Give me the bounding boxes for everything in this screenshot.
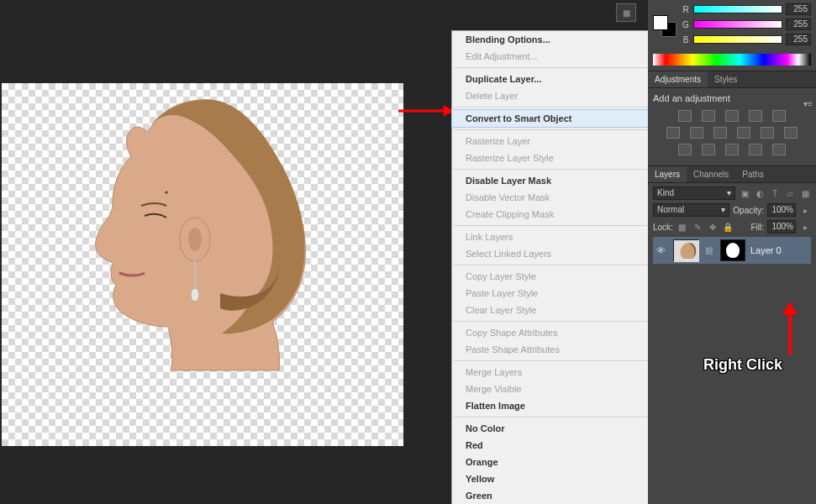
menu-item-paste-shape-attributes: Paste Shape Attributes	[452, 341, 650, 358]
layer-thumbnail[interactable]	[673, 239, 698, 261]
menu-separator	[454, 265, 648, 265]
adj-bw-icon[interactable]	[713, 127, 727, 139]
layer-mask-thumbnail[interactable]	[720, 239, 745, 261]
subject-image	[61, 92, 313, 386]
menu-item-orange[interactable]: Orange	[452, 454, 650, 470]
menu-item-merge-visible: Merge Visible	[452, 381, 650, 397]
adj-hue-icon[interactable]	[666, 127, 680, 139]
b-value[interactable]: 255	[786, 34, 811, 45]
adj-photo-filter-icon[interactable]	[737, 127, 750, 139]
menu-item-blending-options[interactable]: Blending Options...	[452, 31, 650, 48]
g-slider[interactable]	[693, 20, 782, 29]
tab-styles[interactable]: Styles	[708, 71, 744, 87]
filter-type-icon[interactable]: T	[769, 187, 781, 199]
svg-point-4	[165, 191, 167, 193]
menu-separator	[454, 417, 648, 417]
menu-item-convert-to-smart-object[interactable]: Convert to Smart Object	[452, 110, 650, 127]
menu-item-green[interactable]: Green	[452, 487, 650, 504]
blend-mode-dropdown[interactable]: Normal	[653, 203, 729, 217]
adj-gradient-map-icon[interactable]	[749, 144, 762, 155]
annotation-text: Right Click	[703, 356, 782, 374]
tab-layers[interactable]: Layers	[648, 166, 687, 182]
adj-threshold-icon[interactable]	[725, 144, 739, 155]
menu-item-create-clipping-mask: Create Clipping Mask	[452, 206, 650, 223]
menu-separator	[454, 107, 648, 108]
lock-transparent-icon[interactable]: ▩	[676, 221, 688, 233]
menu-separator	[454, 360, 648, 361]
chevron-down-icon[interactable]: ▸	[799, 221, 811, 233]
menu-item-rasterize-layer: Rasterize Layer	[452, 133, 650, 150]
layer-name[interactable]: Layer 0	[750, 245, 782, 255]
lock-pixels-icon[interactable]: ✎	[692, 221, 703, 233]
adjustments-panel: Add an adjustment	[648, 88, 816, 165]
adj-balance-icon[interactable]	[690, 127, 703, 139]
opacity-value[interactable]: 100%	[767, 203, 796, 217]
menu-item-copy-shape-attributes: Copy Shape Attributes	[452, 324, 650, 341]
r-label: R	[682, 5, 690, 14]
adj-brightness-icon[interactable]	[678, 110, 692, 122]
menu-item-disable-layer-mask[interactable]: Disable Layer Mask	[452, 172, 650, 189]
menu-item-link-layers: Link Layers	[452, 228, 650, 245]
menu-item-paste-layer-style: Paste Layer Style	[452, 285, 650, 302]
menu-separator	[454, 321, 648, 322]
tab-channels[interactable]: Channels	[687, 166, 735, 182]
menu-item-yellow[interactable]: Yellow	[452, 470, 650, 487]
color-spectrum[interactable]	[653, 54, 811, 66]
menu-item-no-color[interactable]: No Color	[452, 420, 650, 437]
menu-item-copy-layer-style: Copy Layer Style	[452, 268, 650, 285]
filter-smart-icon[interactable]: ▦	[799, 187, 811, 199]
right-docked-panels: R 255 G 255 B 255 Adjustments Styles	[648, 0, 816, 504]
menu-item-red[interactable]: Red	[452, 437, 650, 454]
lock-position-icon[interactable]: ✥	[707, 221, 719, 233]
options-bar-icon[interactable]: ▦	[616, 3, 636, 22]
filter-image-icon[interactable]: ▣	[739, 187, 750, 199]
tab-adjustments[interactable]: Adjustments	[648, 71, 708, 87]
visibility-eye-icon[interactable]: 👁	[656, 245, 668, 255]
adj-vibrance-icon[interactable]	[772, 110, 786, 122]
r-value[interactable]: 255	[786, 3, 811, 15]
g-label: G	[682, 20, 690, 29]
color-panel: R 255 G 255 B 255	[648, 0, 816, 71]
filter-adjust-icon[interactable]: ◐	[754, 187, 766, 199]
menu-item-clear-layer-style: Clear Layer Style	[452, 302, 650, 318]
menu-item-delete-layer: Delete Layer	[452, 87, 650, 104]
chevron-down-icon[interactable]: ▸	[799, 204, 811, 216]
fill-value[interactable]: 100%	[767, 220, 796, 234]
link-icon[interactable]: ⛓	[703, 244, 715, 256]
adj-posterize-icon[interactable]	[702, 144, 715, 155]
menu-item-edit-adjustment: Edit Adjustment...	[452, 48, 650, 65]
opacity-label: Opacity:	[733, 206, 764, 215]
adj-selective-icon[interactable]	[772, 144, 786, 155]
adjustments-title: Add an adjustment	[653, 93, 811, 103]
lock-all-icon[interactable]: 🔒	[722, 221, 734, 233]
menu-separator	[454, 169, 648, 170]
svg-marker-8	[783, 302, 797, 314]
filter-shape-icon[interactable]: ▱	[784, 187, 796, 199]
layer-row-layer0[interactable]: 👁 ⛓ Layer 0	[653, 237, 811, 264]
layer-kind-filter[interactable]: Kind	[653, 186, 735, 200]
b-slider[interactable]	[693, 35, 782, 44]
layers-panel: Kind ▣ ◐ T ▱ ▦ Normal Opacity: 100% ▸ Lo…	[648, 183, 816, 267]
menu-item-duplicate-layer[interactable]: Duplicate Layer...	[452, 71, 650, 87]
menu-item-flatten-image[interactable]: Flatten Image	[452, 397, 650, 414]
adj-channel-mixer-icon[interactable]	[761, 127, 774, 139]
adj-levels-icon[interactable]	[702, 110, 715, 122]
layer-context-menu: Blending Options...Edit Adjustment...Dup…	[451, 30, 650, 504]
g-value[interactable]: 255	[786, 18, 811, 30]
adj-exposure-icon[interactable]	[749, 110, 762, 122]
annotation-arrow-left	[397, 104, 455, 118]
menu-item-disable-vector-mask: Disable Vector Mask	[452, 189, 650, 206]
panel-flyout-icon[interactable]: ▾≡	[803, 99, 813, 108]
document-canvas[interactable]	[2, 83, 403, 446]
menu-item-merge-layers: Merge Layers	[452, 364, 650, 381]
adj-invert-icon[interactable]	[678, 144, 692, 155]
lock-label: Lock:	[653, 223, 673, 232]
foreground-background-swatches[interactable]	[653, 15, 676, 37]
fill-label: Fill:	[750, 223, 764, 232]
adj-curves-icon[interactable]	[725, 110, 739, 122]
adj-lookup-icon[interactable]	[784, 127, 798, 139]
menu-separator	[454, 225, 648, 226]
menu-separator	[454, 67, 648, 68]
tab-paths[interactable]: Paths	[735, 166, 771, 182]
r-slider[interactable]	[693, 5, 782, 13]
